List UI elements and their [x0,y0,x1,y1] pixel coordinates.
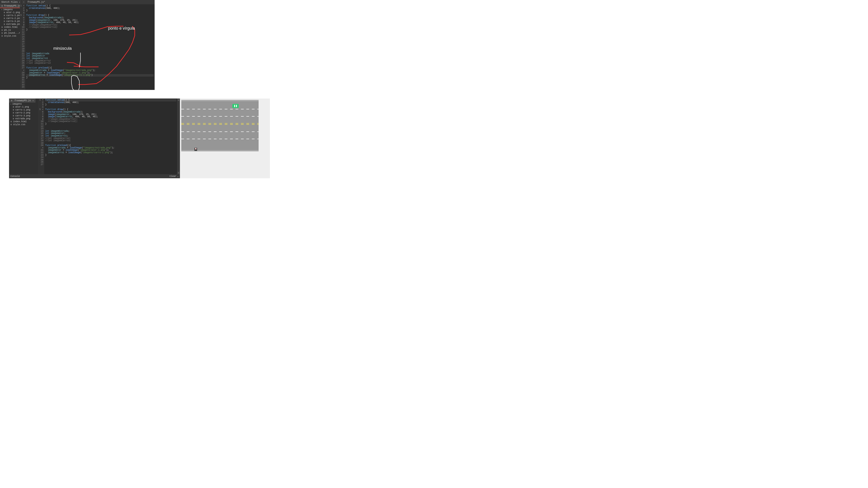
file-item[interactable]: 🗎style.css [9,123,38,126]
file-label: carro-3.png [16,115,30,117]
chevron-left-icon: ‹ [23,1,24,3]
file-icon: 🗎 [13,118,14,120]
code-content[interactable]: function setup() { createCanvas(600, 400… [25,4,155,90]
file-icon: 🗎 [10,121,12,123]
active-file-tab[interactable]: 🗎 freewayP5.js × [0,4,20,8]
file-item[interactable]: 🗎carro-1.png [9,108,38,111]
file-item[interactable]: 🗎estrada.png [9,117,38,120]
file-item[interactable]: 🗎index.html [9,120,38,123]
lane-marking [181,131,258,132]
file-item[interactable]: 🗎carro-2.png [0,17,20,20]
file-tab-label: freewayP5.js [14,99,31,102]
bottom-left-pane: 🗎 freewayP5.js ▾ ▾ imagens 🗎ator-1.png🗎c… [9,98,180,178]
file-label: style.css [4,35,16,37]
file-icon: 🗎 [1,32,3,34]
file-label: carro-2.png [6,17,21,20]
file-label: carro-3.png [6,20,21,23]
file-icon: 🗎 [13,112,14,114]
car-sprite [232,104,239,108]
file-tree-sidebar: 🗎 freewayP5.js × ▾ imagens 🗎ator-1.png🗎c… [0,4,20,90]
console-bar: Console Clear ⌄ [9,174,180,178]
chevron-down-icon: ▾ [1,9,2,11]
center-line [181,124,258,125]
file-item[interactable]: 🗎p5.js [0,29,20,32]
scroll-down-icon[interactable]: ▾ [177,171,180,174]
file-item[interactable]: 🗎ator-1.png [9,105,38,108]
file-icon: 🗎 [4,20,5,22]
top-menubar: Sketch Files ▾ ‹ freewayP5.js* [0,0,155,4]
file-icon: 🗎 [1,29,3,31]
file-label: carro-1.png [6,14,21,17]
file-label: index.html [4,26,18,29]
lane-marking [181,109,258,109]
file-label: estrada.png [16,118,30,120]
code-editor[interactable]: 1 ▾2345 ▾6789101112131415161718192021222… [20,4,155,90]
file-icon: 🗎 [1,26,3,28]
file-tab[interactable]: 🗎 freewayP5.js ▾ [9,98,35,103]
file-label: index.html [13,121,27,123]
bottom-editor: 🗎 freewayP5.js ▾ ▾ imagens 🗎ator-1.png🗎c… [9,98,270,178]
file-icon: 🗎 [1,35,3,37]
file-label: carro-2.png [16,111,30,114]
back-button[interactable]: ‹ [22,0,26,4]
file-item[interactable]: 🗎carro-3.png [9,114,38,117]
folder-label: imagens [12,103,22,105]
dropdown-arrow-icon: ▾ [19,1,20,3]
file-icon: 🗎 [4,14,5,17]
center-line [181,123,258,124]
file-item[interactable]: 🗎ator-1.png [0,11,20,14]
folder-label: imagens [3,8,13,11]
file-item[interactable]: 🗎carro-3.png [0,20,20,23]
line-gutter: 1 ▾2345 ▾6789101112131415161718192021222… [20,4,25,90]
sketch-files-label: Sketch Files [1,1,18,3]
file-label: p5.js [4,29,11,31]
line-gutter: 1 ▾2345 ▾67891011121314151617181920 ▾212… [38,98,44,174]
file-label: ator-1.png [16,106,29,108]
road-edge-top [181,100,258,101]
actor-sprite [194,148,197,151]
console-clear-button[interactable]: Clear ⌄ [169,175,179,177]
file-icon: 🗎 [13,109,14,111]
file-item[interactable]: 🗎estrada.png [0,23,20,26]
file-tree-sidebar: 🗎 freewayP5.js ▾ ▾ imagens 🗎ator-1.png🗎c… [9,98,38,174]
file-icon: 🗎 [4,18,5,20]
sketch-files-dropdown[interactable]: Sketch Files ▾ [0,0,22,4]
file-item[interactable]: 🗎index.html [0,26,20,29]
chevron-down-icon: ⌄ [177,175,179,177]
dropdown-arrow-icon[interactable]: ▾ [33,100,34,102]
file-label: estrada.png [6,23,21,26]
file-icon: 🗎 [13,115,14,117]
scroll-up-icon[interactable]: ▴ [177,98,180,101]
file-icon: 🗎 [4,11,5,13]
file-icon: 🗎 [11,100,13,102]
file-label: ator-1.png [6,11,20,14]
code-editor[interactable]: 1 ▾2345 ▾67891011121314151617181920 ▾212… [38,98,177,174]
lane-marking [181,116,258,117]
vertical-scrollbar[interactable]: ▴ ▾ [177,98,180,174]
file-label: carro-1.png [16,109,30,111]
top-editor: Sketch Files ▾ ‹ freewayP5.js* 🗎 freeway… [0,0,155,90]
preview-panel [180,98,270,178]
file-icon: 🗎 [4,23,5,25]
file-item[interactable]: 🗎carro-2.png [9,111,38,114]
game-canvas [181,100,258,151]
file-icon: 🗎 [10,124,12,126]
folder-imagens[interactable]: ▾ imagens [0,8,20,11]
file-item[interactable]: 🗎p5.sound...n.js [0,32,20,35]
file-icon: 🗎 [1,5,3,7]
road-edge-bottom [181,150,258,151]
file-label: style.css [13,123,25,126]
folder-imagens[interactable]: ▾ imagens [9,103,38,105]
code-content[interactable]: function setup() { createCanvas(600, 400… [44,98,177,174]
chevron-down-icon: ▾ [10,103,11,105]
active-file-label: freewayP5.js [4,5,20,7]
clear-label: Clear [169,175,176,177]
lane-marking [181,139,258,139]
file-item[interactable]: 🗎carro-1.png [0,14,20,17]
file-icon: 🗎 [13,106,14,108]
file-item[interactable]: 🗎style.css [0,35,20,37]
file-title: freewayP5.js* [26,1,46,3]
console-label: Console [10,175,20,177]
